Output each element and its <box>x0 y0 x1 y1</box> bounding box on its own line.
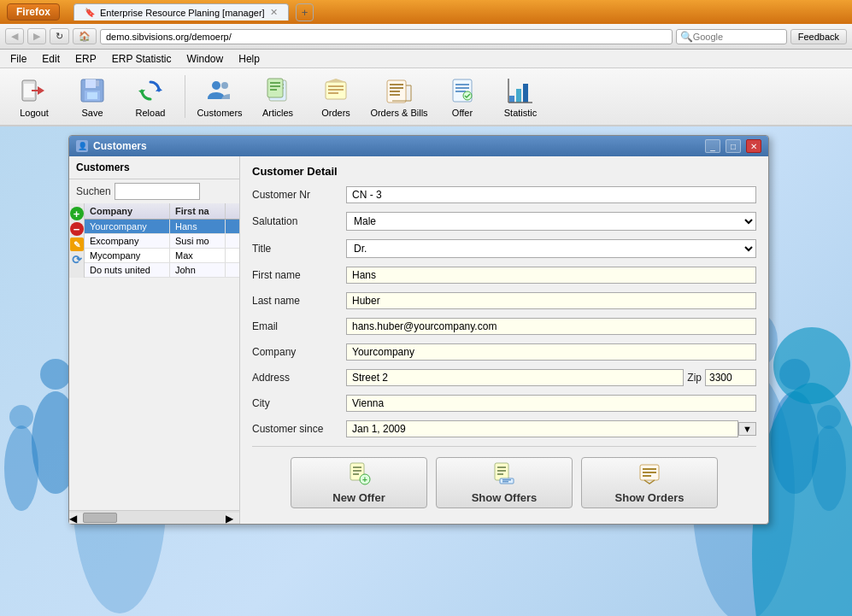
address-row: Address Zip <box>252 369 756 386</box>
save-icon <box>77 75 108 106</box>
show-orders-label: Show Orders <box>615 491 685 504</box>
title-select[interactable]: Dr. Prof. Mr. Mrs. <box>346 239 756 258</box>
city-row: City <box>252 395 756 412</box>
new-offer-button[interactable]: + New Offer <box>291 457 427 508</box>
scroll-left-arrow[interactable]: ◀ <box>69 513 83 523</box>
svg-rect-34 <box>516 89 521 103</box>
svg-rect-29 <box>455 84 469 85</box>
refresh-customer-button[interactable]: ⟳ <box>70 253 84 267</box>
dialog-body: Customers Suchen + − ✎ ⟳ <box>69 156 768 524</box>
toolbar-offers-button[interactable]: Orders <box>308 72 363 121</box>
address-input[interactable] <box>346 369 684 386</box>
back-button[interactable]: ◀ <box>5 28 24 44</box>
toolbar-logout-button[interactable]: Logout <box>7 72 62 121</box>
firstname-input[interactable] <box>346 267 756 284</box>
firstname-label: First name <box>252 269 346 281</box>
edit-customer-button[interactable]: ✎ <box>70 238 84 251</box>
toolbar-articles-button[interactable]: Articles <box>250 72 305 121</box>
address-bar[interactable] <box>100 29 673 44</box>
left-panel-header: Customers <box>69 156 239 179</box>
toolbar-offer-button[interactable]: Offer <box>435 72 490 121</box>
dialog-maximize-button[interactable]: □ <box>726 139 741 153</box>
dialog-minimize-button[interactable]: _ <box>705 139 720 153</box>
toolbar-customers-button[interactable]: Customers <box>192 72 247 121</box>
search-input[interactable] <box>693 32 770 42</box>
menu-file[interactable]: File <box>3 51 33 67</box>
action-buttons-row: + New Offer <box>252 446 756 517</box>
svg-rect-5 <box>87 92 97 99</box>
cell-company: Do nuts united <box>85 263 170 277</box>
firefox-button[interactable]: Firefox <box>7 3 60 21</box>
logout-label: Logout <box>20 108 49 118</box>
refresh-button[interactable]: ↻ <box>50 28 69 44</box>
svg-text:+: + <box>362 475 367 484</box>
menu-erp-statistic[interactable]: ERP Statistic <box>105 51 179 67</box>
customer-table-container: + − ✎ ⟳ Company First na <box>69 203 239 510</box>
offer-label: Offer <box>452 108 473 118</box>
zip-input[interactable] <box>705 369 756 386</box>
toolbar-reload-button[interactable]: Reload <box>123 72 178 121</box>
email-input[interactable] <box>346 318 756 335</box>
add-customer-button[interactable]: + <box>70 207 84 220</box>
table-row[interactable]: Yourcompany Hans <box>85 220 239 234</box>
table-header: Company First na <box>85 203 239 220</box>
dialog-close-button[interactable]: ✕ <box>746 139 761 153</box>
toolbar-save-button[interactable]: Save <box>65 72 120 121</box>
company-input[interactable] <box>346 343 756 361</box>
customer-nr-input[interactable] <box>346 186 756 203</box>
company-label: Company <box>252 346 346 358</box>
customer-table: Company First na Yourcompany Hans Excomp… <box>85 203 239 278</box>
table-row[interactable]: Excompany Susi mo <box>85 234 239 249</box>
menu-help[interactable]: Help <box>232 51 267 67</box>
menu-edit[interactable]: Edit <box>35 51 67 67</box>
zip-label: Zip <box>687 372 702 384</box>
menu-erp[interactable]: ERP <box>68 51 103 67</box>
salutation-select[interactable]: Male Female <box>346 212 756 231</box>
menu-window[interactable]: Window <box>180 51 231 67</box>
title-row: Title Dr. Prof. Mr. Mrs. <box>252 239 756 258</box>
customer-nr-row: Customer Nr <box>252 186 756 203</box>
city-input[interactable] <box>346 395 756 412</box>
table-with-actions: + − ✎ ⟳ Company First na <box>69 203 239 278</box>
search-input[interactable] <box>115 183 200 200</box>
city-label: City <box>252 397 346 409</box>
svg-rect-27 <box>390 94 400 96</box>
statistic-icon <box>505 75 536 106</box>
panel-resizer[interactable] <box>592 156 599 524</box>
customers-icon <box>204 75 235 106</box>
home-button[interactable]: 🏠 <box>73 28 97 44</box>
dialog-title-icon: 👤 <box>76 140 88 152</box>
svg-point-9 <box>212 81 220 90</box>
new-offer-icon: + <box>347 461 371 488</box>
active-tab[interactable]: 🔖 Enterprise Resource Planing [manager] … <box>73 3 289 21</box>
new-tab-button[interactable]: + <box>296 3 314 21</box>
table-row[interactable]: Mycompany Max <box>85 249 239 263</box>
feedback-button[interactable]: Feedback <box>790 29 847 44</box>
search-bar[interactable]: 🔍 <box>676 29 787 44</box>
svg-rect-25 <box>390 87 403 89</box>
forward-button[interactable]: ▶ <box>27 28 46 44</box>
svg-point-43 <box>779 359 810 390</box>
scroll-right-arrow[interactable]: ▶ <box>226 513 239 523</box>
scroll-thumb-h[interactable] <box>83 513 117 523</box>
customer-since-input[interactable] <box>346 420 738 437</box>
svg-rect-31 <box>455 91 466 92</box>
svg-rect-33 <box>509 96 514 103</box>
delete-customer-button[interactable]: − <box>70 222 84 236</box>
customer-since-container: ▼ <box>346 420 756 437</box>
lastname-input[interactable] <box>346 292 756 309</box>
show-offers-button[interactable]: Show Offers <box>436 457 573 508</box>
svg-rect-59 <box>497 466 506 468</box>
table-row[interactable]: Do nuts united John <box>85 263 239 278</box>
toolbar-orders-bills-button[interactable]: Orders & Bills <box>367 72 432 121</box>
svg-rect-61 <box>497 473 503 475</box>
left-panel: Customers Suchen + − ✎ ⟳ <box>69 156 240 524</box>
dialog-titlebar: 👤 Customers _ □ ✕ <box>69 136 768 156</box>
horizontal-scrollbar[interactable]: ◀ ▶ <box>69 510 239 524</box>
offers-icon <box>320 75 351 106</box>
save-label: Save <box>81 108 103 118</box>
customer-since-calendar-button[interactable]: ▼ <box>738 422 756 436</box>
navigation-bar: ◀ ▶ ↻ 🏠 🔍 Feedback <box>0 24 852 50</box>
show-orders-button[interactable]: Show Orders <box>581 457 718 508</box>
toolbar-statistic-button[interactable]: Statistic <box>493 72 548 121</box>
